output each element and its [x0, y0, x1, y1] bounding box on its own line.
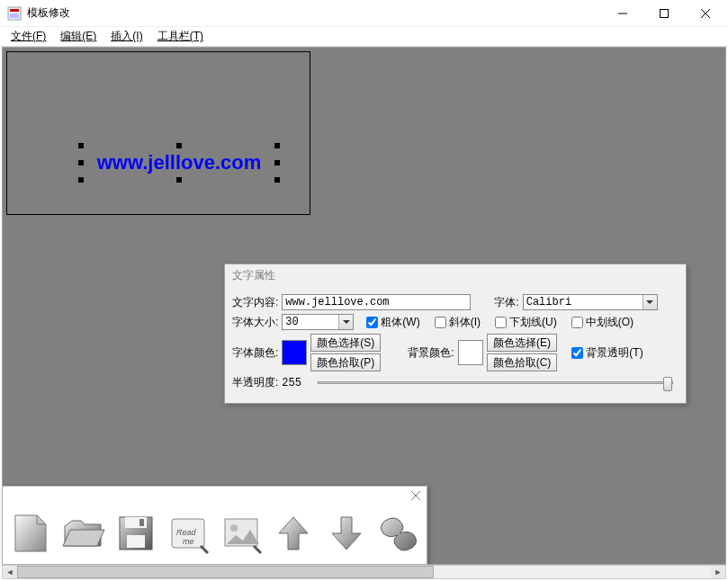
menu-file[interactable]: 文件(F) [5, 27, 51, 46]
scroll-track[interactable] [17, 566, 711, 578]
svg-text:Read: Read [176, 528, 197, 537]
bg-color-select-button[interactable]: 颜色选择(E) [487, 334, 558, 352]
font-size-combo[interactable]: 30 [282, 314, 354, 330]
save-icon[interactable] [110, 506, 161, 560]
svg-point-17 [230, 524, 238, 532]
toolbar-close-button[interactable] [409, 488, 423, 503]
size-value: 30 [285, 316, 298, 328]
readme-icon[interactable]: Readme [163, 506, 214, 560]
font-color-swatch[interactable] [282, 340, 307, 365]
window-title: 模板修改 [27, 5, 602, 21]
font-color-label: 字体颜色: [232, 345, 278, 361]
svg-text:me: me [183, 537, 194, 546]
template-canvas[interactable]: www.jelllove.com [6, 51, 310, 215]
menubar: 文件(F) 编辑(E) 插入(I) 工具栏(T) [0, 27, 728, 47]
bg-color-pick-button[interactable]: 颜色拾取(C) [487, 353, 558, 371]
resize-handle[interactable] [176, 143, 182, 148]
svg-rect-1 [10, 9, 19, 12]
chevron-down-icon [643, 295, 657, 309]
svg-rect-11 [127, 535, 145, 548]
font-color-select-button[interactable]: 颜色选择(S) [310, 334, 381, 352]
minimize-button[interactable] [602, 0, 643, 27]
new-icon[interactable] [4, 506, 56, 560]
resize-handle[interactable] [274, 143, 280, 148]
bg-transparent-checkbox[interactable]: 背景透明(T) [571, 345, 643, 361]
menu-edit[interactable]: 编辑(E) [55, 27, 102, 46]
down-arrow-icon[interactable] [321, 506, 373, 560]
app-icon [7, 6, 22, 21]
resize-handle[interactable] [274, 177, 280, 183]
text-properties-dialog[interactable]: 文字属性 文字内容: 字体: Calibri 字体大小: 30 粗体( [224, 264, 687, 404]
strike-checkbox[interactable]: 中划线(O) [571, 315, 634, 330]
toolbar-icons: Readme [4, 505, 425, 562]
bg-color-swatch[interactable] [458, 340, 483, 365]
opacity-value: 255 [282, 377, 309, 389]
maximize-button[interactable] [643, 0, 685, 27]
dialog-title: 文字属性 [225, 264, 686, 287]
window-controls [602, 0, 726, 27]
content-label: 文字内容: [232, 295, 278, 310]
image-icon[interactable] [216, 506, 267, 560]
menu-insert[interactable]: 插入(I) [105, 27, 148, 46]
open-icon[interactable] [58, 506, 109, 560]
up-arrow-icon[interactable] [268, 506, 319, 560]
font-value: Calibri [526, 296, 571, 308]
opacity-slider[interactable] [318, 381, 673, 384]
underline-checkbox[interactable]: 下划线(U) [495, 315, 557, 330]
resize-handle[interactable] [176, 177, 182, 183]
floating-toolbar[interactable]: Readme [2, 486, 427, 565]
resize-handle[interactable] [78, 160, 84, 165]
svg-rect-12 [139, 519, 144, 526]
slider-thumb[interactable] [663, 377, 672, 391]
resize-handle[interactable] [78, 143, 84, 148]
close-button[interactable] [685, 0, 726, 27]
text-content: www.jelllove.com [97, 151, 262, 174]
font-combo[interactable]: Calibri [523, 294, 658, 310]
titlebar: 模板修改 [0, 0, 728, 27]
scroll-thumb[interactable] [17, 566, 434, 578]
selected-text-object[interactable]: www.jelllove.com [81, 146, 277, 180]
delete-icon[interactable] [373, 506, 425, 560]
opacity-label: 半透明度: [232, 375, 278, 390]
svg-rect-2 [10, 13, 19, 18]
bg-color-label: 背景颜色: [408, 345, 454, 361]
italic-checkbox[interactable]: 斜体(I) [435, 315, 481, 330]
menu-toolbar[interactable]: 工具栏(T) [152, 27, 209, 46]
font-color-pick-button[interactable]: 颜色拾取(P) [310, 353, 381, 371]
bold-checkbox[interactable]: 粗体(W) [366, 315, 419, 330]
svg-rect-4 [661, 9, 669, 17]
chevron-down-icon [338, 315, 353, 329]
horizontal-scrollbar[interactable]: ◄ ► [2, 565, 726, 579]
dialog-body: 文字内容: 字体: Calibri 字体大小: 30 粗体(W) 斜体(I) [225, 287, 686, 403]
size-label: 字体大小: [232, 315, 278, 330]
content-input[interactable] [282, 294, 471, 310]
resize-handle[interactable] [274, 160, 280, 165]
resize-handle[interactable] [78, 177, 84, 183]
scroll-right-button[interactable]: ► [711, 566, 725, 578]
scroll-left-button[interactable]: ◄ [3, 566, 17, 578]
font-label: 字体: [494, 295, 518, 310]
